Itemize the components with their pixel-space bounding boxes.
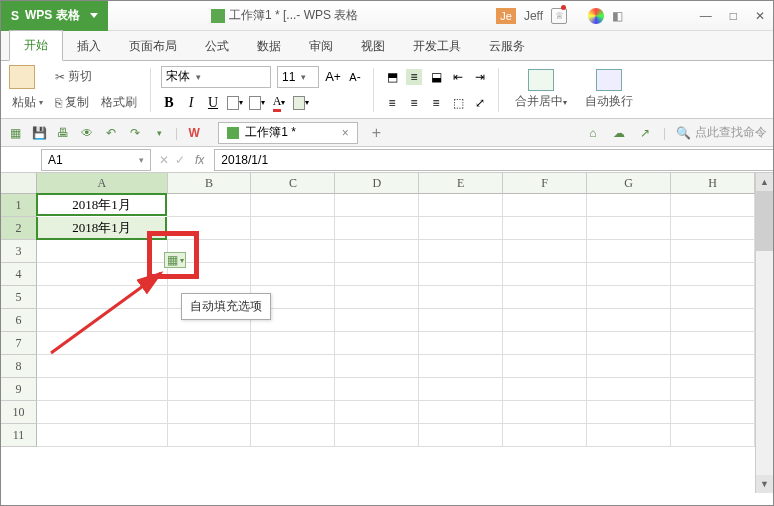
tab-home[interactable]: 开始 [9,30,63,61]
scroll-up-button[interactable]: ▲ [756,173,773,191]
skin-icon[interactable]: ◧ [612,9,623,23]
cell-D10[interactable] [335,401,419,424]
cell-C8[interactable] [251,355,335,378]
cell-H11[interactable] [671,424,755,447]
col-header-F[interactable]: F [503,173,587,194]
merge-center-button[interactable]: 合并居中▾ [509,67,573,112]
cell-C9[interactable] [251,378,335,401]
row-header-3[interactable]: 3 [1,240,37,263]
col-header-D[interactable]: D [335,173,419,194]
font-name-combo[interactable]: 宋体▾ [161,66,271,88]
cell-H8[interactable] [671,355,755,378]
cell-G10[interactable] [587,401,671,424]
tab-layout[interactable]: 页面布局 [115,32,191,61]
print-button[interactable]: 🖶 [55,125,71,141]
cell-E8[interactable] [419,355,503,378]
cell-E11[interactable] [419,424,503,447]
underline-button[interactable]: U [205,95,221,111]
cell-B10[interactable] [168,401,252,424]
merge-across-button[interactable]: ⬚ [450,95,466,111]
cloud-icon[interactable]: ☁ [611,125,627,141]
cell-A6[interactable] [37,309,168,332]
cell-H1[interactable] [671,194,755,217]
cell-H4[interactable] [671,263,755,286]
row-header-6[interactable]: 6 [1,309,37,332]
cell-D1[interactable] [335,194,419,217]
grow-font-button[interactable]: A+ [325,69,341,85]
row-header-1[interactable]: 1 [1,194,37,217]
cell-C1[interactable] [251,194,335,217]
cell-E4[interactable] [419,263,503,286]
cell-H3[interactable] [671,240,755,263]
tab-dev[interactable]: 开发工具 [399,32,475,61]
tab-insert[interactable]: 插入 [63,32,115,61]
cell-B9[interactable] [168,378,252,401]
tab-cloud[interactable]: 云服务 [475,32,539,61]
cell-E5[interactable] [419,286,503,309]
tab-view[interactable]: 视图 [347,32,399,61]
cell-A9[interactable] [37,378,168,401]
cell-E2[interactable] [419,217,503,240]
cell-E3[interactable] [419,240,503,263]
cell-style-button[interactable]: ▾ [293,95,309,111]
cell-G5[interactable] [587,286,671,309]
cell-C3[interactable] [251,240,335,263]
row-header-9[interactable]: 9 [1,378,37,401]
cell-H7[interactable] [671,332,755,355]
col-header-A[interactable]: A [37,173,168,194]
cell-H10[interactable] [671,401,755,424]
cell-C7[interactable] [251,332,335,355]
col-header-B[interactable]: B [168,173,252,194]
font-size-combo[interactable]: 11▾ [277,66,319,88]
vip-icon[interactable]: ♕ [551,8,567,24]
bold-button[interactable]: B [161,95,177,111]
cell-B1[interactable] [167,194,251,217]
scroll-down-button[interactable]: ▼ [756,475,773,493]
cell-E9[interactable] [419,378,503,401]
cell-A11[interactable] [37,424,168,447]
orientation-button[interactable]: ⤢ [472,95,488,111]
cell-A7[interactable] [37,332,168,355]
cell-E10[interactable] [419,401,503,424]
select-all-corner[interactable] [1,173,37,194]
scroll-thumb[interactable] [756,191,773,251]
cell-D2[interactable] [335,217,419,240]
align-top-button[interactable]: ⬒ [384,69,400,85]
autofill-options-button[interactable]: ▦▾ [164,252,186,268]
close-button[interactable]: ✕ [755,9,765,23]
cell-D5[interactable] [335,286,419,309]
italic-button[interactable]: I [183,95,199,111]
undo-button[interactable]: ↶ [103,125,119,141]
cell-F10[interactable] [503,401,587,424]
row-header-2[interactable]: 2 [1,217,37,240]
save-button[interactable]: 💾 [31,125,47,141]
border-button[interactable]: ▾ [227,95,243,111]
font-color-button[interactable]: A▾ [271,95,287,111]
cell-D3[interactable] [335,240,419,263]
home-icon[interactable]: ⌂ [585,125,601,141]
cell-H2[interactable] [671,217,755,240]
close-tab-button[interactable]: × [342,126,349,140]
cell-D6[interactable] [335,309,419,332]
wrap-text-button[interactable]: 自动换行 [579,67,639,112]
cell-D4[interactable] [335,263,419,286]
cell-E7[interactable] [419,332,503,355]
formula-bar[interactable]: 2018/1/1 [214,149,773,171]
cell-B7[interactable] [168,332,252,355]
cell-G3[interactable] [587,240,671,263]
cell-C4[interactable] [251,263,335,286]
cell-A3[interactable] [37,240,168,263]
cell-F9[interactable] [503,378,587,401]
cell-F8[interactable] [503,355,587,378]
cell-F2[interactable] [503,217,587,240]
new-button[interactable]: ▦ [7,125,23,141]
fx-button[interactable]: fx [195,153,204,167]
cell-G8[interactable] [587,355,671,378]
paste-button[interactable]: 粘贴▾ [9,92,46,113]
cell-A8[interactable] [37,355,168,378]
name-box[interactable]: A1▾ [41,149,151,171]
align-bottom-button[interactable]: ⬓ [428,69,444,85]
paste-icon[interactable] [9,65,35,89]
user-avatar[interactable]: Je [496,8,516,24]
cell-F7[interactable] [503,332,587,355]
